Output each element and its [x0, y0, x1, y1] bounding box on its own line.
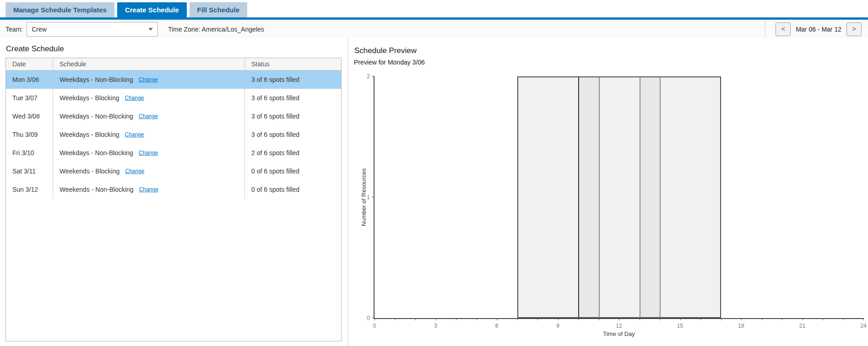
- schedule-preview-panel: Schedule Preview Preview for Monday 3/06…: [348, 38, 868, 346]
- row-schedule: Weekends - BlockingChange: [53, 162, 245, 180]
- row-date: Thu 3/09: [6, 125, 53, 144]
- tab-create-schedule[interactable]: Create Schedule: [117, 2, 187, 17]
- schedule-preview-title: Schedule Preview: [354, 46, 868, 55]
- table-row[interactable]: Thu 3/09Weekdays - BlockingChange3 of 6 …: [6, 125, 341, 144]
- chart-y-axis-label: Number of Resources: [360, 168, 367, 226]
- timezone-text: Time Zone: America/Los_Angeles: [168, 26, 264, 33]
- x-axis-tick: [640, 318, 640, 320]
- x-axis-tick-label: 9: [556, 323, 559, 329]
- row-date: Sun 3/12: [6, 180, 53, 199]
- change-link[interactable]: Change: [125, 131, 144, 138]
- row-status: 3 of 6 spots filled: [245, 125, 341, 144]
- x-axis-tick: [517, 318, 518, 320]
- table-header-row: Date Schedule Status: [6, 58, 341, 70]
- schedule-bar-segment: [578, 76, 599, 318]
- y-axis-tick: [372, 318, 374, 318]
- schedule-template-name: Weekdays - Blocking: [60, 131, 119, 138]
- x-axis-tick: [599, 318, 599, 320]
- column-header-schedule: Schedule: [53, 58, 245, 70]
- x-axis-tick: [762, 318, 762, 320]
- table-row[interactable]: Tue 3/07Weekdays - BlockingChange3 of 6 …: [6, 89, 341, 107]
- x-axis-tick-label: 12: [616, 323, 622, 329]
- row-status: 3 of 6 spots filled: [245, 89, 341, 107]
- change-link[interactable]: Change: [125, 95, 144, 101]
- x-axis-tick: [782, 318, 782, 320]
- previous-week-button[interactable]: <: [776, 22, 791, 36]
- schedule-table: Date Schedule Status Mon 3/06Weekdays - …: [5, 58, 342, 341]
- content-area: Create Schedule Date Schedule Status Mon…: [0, 38, 868, 346]
- table-row[interactable]: Mon 3/06Weekdays - Non-BlockingChange3 o…: [6, 70, 341, 89]
- x-axis-tick: [537, 318, 538, 320]
- tab-manage-schedule-templates[interactable]: Manage Schedule Templates: [5, 2, 114, 17]
- change-link[interactable]: Change: [125, 168, 144, 174]
- date-range-label: Mar 06 - Mar 12: [796, 26, 841, 33]
- tab-fill-schedule[interactable]: Fill Schedule: [190, 2, 248, 17]
- preview-chart: Time of Day Number of Resources 03691215…: [374, 76, 863, 319]
- x-axis-tick: [395, 318, 396, 320]
- create-schedule-title: Create Schedule: [6, 44, 342, 54]
- x-axis-tick: [436, 318, 436, 320]
- schedule-bar-segment: [599, 76, 640, 318]
- change-link[interactable]: Change: [139, 76, 158, 83]
- table-row[interactable]: Wed 3/08Weekdays - Non-BlockingChange3 o…: [6, 107, 341, 125]
- team-select-value: Crew: [32, 26, 47, 33]
- change-link[interactable]: Change: [139, 186, 158, 193]
- x-axis-tick: [863, 318, 864, 320]
- table-row[interactable]: Fri 3/10Weekdays - Non-BlockingChange2 o…: [6, 144, 341, 162]
- tab-bar: Manage Schedule Templates Create Schedul…: [0, 0, 868, 20]
- x-axis-tick: [823, 318, 823, 320]
- schedule-bar-segment: [517, 76, 579, 318]
- x-axis-tick: [558, 318, 559, 320]
- row-schedule: Weekdays - BlockingChange: [53, 89, 245, 107]
- table-row[interactable]: Sat 3/11Weekends - BlockingChange0 of 6 …: [6, 162, 341, 180]
- x-axis-tick: [660, 318, 660, 320]
- row-schedule: Weekdays - Non-BlockingChange: [53, 70, 245, 89]
- date-navigation: < Mar 06 - Mar 12 >: [765, 20, 868, 38]
- x-axis-tick-label: 24: [860, 323, 866, 329]
- row-schedule: Weekdays - Non-BlockingChange: [53, 144, 245, 162]
- x-axis-tick: [721, 318, 722, 320]
- y-axis-tick-label: 0: [367, 315, 370, 321]
- table-row[interactable]: Sun 3/12Weekends - Non-BlockingChange0 o…: [6, 180, 341, 199]
- x-axis-tick: [374, 318, 375, 320]
- change-link[interactable]: Change: [139, 150, 158, 156]
- row-date: Fri 3/10: [6, 144, 53, 162]
- x-axis-tick: [415, 318, 416, 320]
- x-axis-tick: [619, 318, 619, 320]
- x-axis-tick: [680, 318, 681, 320]
- x-axis-tick: [843, 318, 844, 320]
- preview-subtitle: Preview for Monday 3/06: [354, 59, 868, 66]
- x-axis-tick-label: 6: [495, 323, 499, 329]
- schedule-template-name: Weekdays - Non-Blocking: [60, 149, 133, 157]
- row-schedule: Weekdays - Non-BlockingChange: [53, 107, 245, 125]
- chart-x-axis-label: Time of Day: [603, 330, 635, 337]
- x-axis-tick: [803, 318, 803, 320]
- schedule-template-name: Weekdays - Blocking: [60, 94, 119, 102]
- x-axis-tick: [741, 318, 742, 320]
- column-header-date: Date: [6, 58, 53, 70]
- x-axis-tick-label: 0: [373, 323, 376, 329]
- create-schedule-panel: Create Schedule Date Schedule Status Mon…: [0, 38, 348, 346]
- timezone-label: Time Zone:: [168, 26, 200, 33]
- toolbar: Team: Crew Time Zone: America/Los_Angele…: [0, 20, 868, 39]
- team-select[interactable]: Crew: [27, 22, 158, 37]
- chevron-down-icon: [148, 28, 153, 31]
- row-status: 0 of 6 spots filled: [245, 180, 341, 199]
- change-link[interactable]: Change: [139, 113, 158, 119]
- next-week-button[interactable]: >: [846, 22, 862, 36]
- schedule-template-name: Weekdays - Non-Blocking: [60, 76, 133, 83]
- schedule-template-name: Weekends - Non-Blocking: [60, 186, 134, 193]
- row-date: Tue 3/07: [6, 89, 53, 107]
- row-date: Wed 3/08: [6, 107, 53, 125]
- y-axis-tick-label: 2: [367, 73, 370, 80]
- x-axis-tick: [578, 318, 579, 320]
- schedule-bar-segment: [640, 76, 660, 318]
- schedule-template-name: Weekends - Blocking: [60, 168, 119, 175]
- row-date: Mon 3/06: [6, 70, 53, 89]
- x-axis-tick-label: 18: [738, 323, 744, 329]
- table-body: Mon 3/06Weekdays - Non-BlockingChange3 o…: [6, 70, 341, 199]
- row-status: 2 of 6 spots filled: [245, 144, 341, 162]
- row-schedule: Weekdays - BlockingChange: [53, 125, 245, 144]
- row-status: 3 of 6 spots filled: [245, 107, 341, 125]
- x-axis-tick: [700, 318, 701, 320]
